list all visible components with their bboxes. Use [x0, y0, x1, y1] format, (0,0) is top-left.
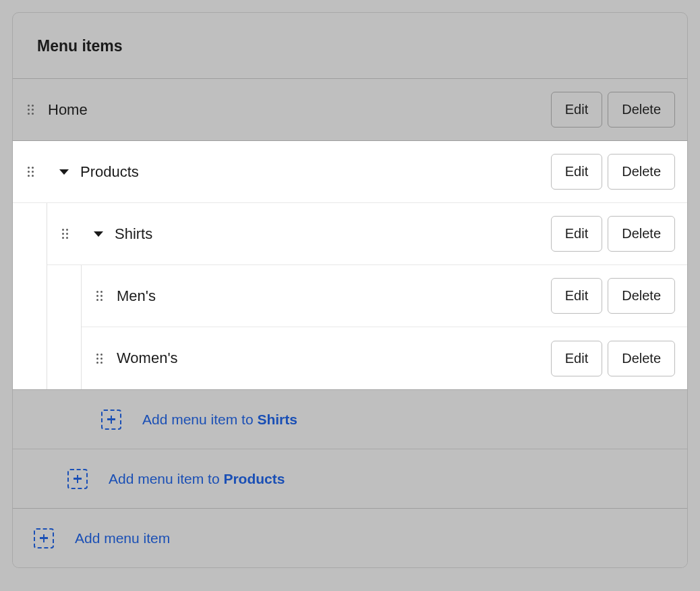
drag-handle-icon[interactable] [13, 167, 48, 177]
delete-button[interactable]: Delete [608, 216, 675, 252]
edit-button[interactable]: Edit [551, 216, 602, 252]
edit-button[interactable]: Edit [551, 154, 602, 190]
add-item-label: Add menu item to Products [109, 471, 285, 487]
drag-handle-icon[interactable] [82, 354, 117, 364]
edit-button[interactable]: Edit [551, 92, 602, 128]
expanded-section: Products Edit Delete Shirts Edit D [13, 141, 687, 389]
plus-dashed-icon [67, 469, 88, 489]
menu-item-label: Shirts [115, 225, 152, 243]
edit-button[interactable]: Edit [551, 278, 602, 314]
add-menu-item-root[interactable]: Add menu item [13, 508, 687, 567]
menu-items-card: Menu items Home Edit Delete Products [12, 12, 688, 568]
delete-button[interactable]: Delete [608, 92, 675, 128]
plus-dashed-icon [34, 528, 54, 548]
drag-handle-icon[interactable] [13, 105, 48, 115]
caret-down-icon[interactable] [82, 231, 115, 237]
edit-button[interactable]: Edit [551, 341, 602, 376]
caret-down-icon[interactable] [48, 169, 80, 175]
plus-dashed-icon [101, 410, 121, 430]
menu-item-products: Products Edit Delete [13, 141, 687, 203]
delete-button[interactable]: Delete [608, 278, 675, 314]
add-item-label: Add menu item [75, 530, 170, 546]
products-children: Shirts Edit Delete Men's [47, 203, 687, 389]
menu-item-mens: Men's Edit Delete [82, 265, 687, 327]
shirts-children: Men's Edit Delete Women's [81, 265, 687, 389]
menu-item-label: Women's [117, 349, 178, 367]
add-menu-item-to-products[interactable]: Add menu item to Products [13, 449, 687, 508]
menu-item-home: Home Edit Delete [13, 79, 687, 141]
drag-handle-icon[interactable] [82, 291, 117, 301]
menu-item-label: Products [80, 163, 139, 181]
menu-item-label: Home [48, 101, 88, 119]
menu-item-womens: Women's Edit Delete [82, 327, 687, 389]
drag-handle-icon[interactable] [47, 229, 82, 239]
add-item-label: Add menu item to Shirts [142, 412, 297, 428]
delete-button[interactable]: Delete [608, 154, 675, 190]
menu-item-label: Men's [117, 287, 156, 305]
menu-item-shirts: Shirts Edit Delete [47, 203, 687, 265]
card-header: Menu items [13, 13, 687, 79]
add-menu-item-to-shirts[interactable]: Add menu item to Shirts [13, 389, 687, 449]
delete-button[interactable]: Delete [608, 341, 675, 376]
card-title: Menu items [37, 37, 663, 55]
